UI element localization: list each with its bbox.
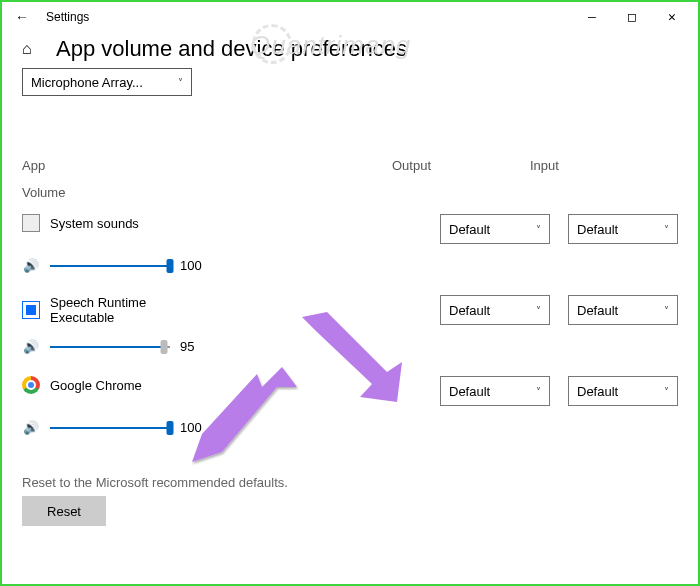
input-select[interactable]: Default ˅	[568, 376, 678, 406]
volume-value: 100	[180, 420, 202, 435]
volume-value: 100	[180, 258, 202, 273]
chevron-down-icon: ˅	[536, 224, 541, 235]
columns-header: App Output Input	[22, 158, 678, 173]
volume-slider[interactable]	[50, 259, 170, 273]
app-icon-google-chrome	[22, 376, 40, 394]
app-row: Speech Runtime Executable Default ˅ Defa…	[22, 295, 678, 325]
title-bar: ← Settings — □ ✕	[2, 2, 698, 32]
volume-slider[interactable]	[50, 340, 170, 354]
output-select[interactable]: Default ˅	[440, 214, 550, 244]
app-name-label: Speech Runtime Executable	[50, 295, 190, 325]
input-select-value: Default	[577, 222, 618, 237]
output-select-value: Default	[449, 384, 490, 399]
reset-button[interactable]: Reset	[22, 496, 106, 526]
chevron-down-icon: ˅	[664, 224, 669, 235]
input-select[interactable]: Default ˅	[568, 295, 678, 325]
chevron-down-icon: ˅	[664, 305, 669, 316]
volume-label: Volume	[22, 185, 678, 200]
chevron-down-icon: ˅	[536, 386, 541, 397]
speaker-icon[interactable]: 🔊	[22, 339, 40, 354]
chevron-down-icon: ˅	[536, 305, 541, 316]
close-button[interactable]: ✕	[652, 3, 692, 31]
volume-slider-row: 🔊 100	[22, 258, 678, 273]
device-dropdown-value: Microphone Array...	[31, 75, 143, 90]
app-icon-speech-runtime	[22, 301, 40, 319]
app-name-label: System sounds	[50, 216, 139, 231]
device-dropdown[interactable]: Microphone Array... ˅	[22, 68, 192, 96]
chevron-down-icon: ˅	[664, 386, 669, 397]
output-select-value: Default	[449, 222, 490, 237]
minimize-button[interactable]: —	[572, 3, 612, 31]
volume-value: 95	[180, 339, 194, 354]
app-row: Google Chrome Default ˅ Default ˅	[22, 376, 678, 406]
app-icon-system-sounds	[22, 214, 40, 232]
speaker-icon[interactable]: 🔊	[22, 258, 40, 273]
back-button[interactable]: ←	[8, 9, 36, 25]
page-header: ⌂ App volume and device preferences	[2, 32, 698, 68]
output-select[interactable]: Default ˅	[440, 376, 550, 406]
output-select[interactable]: Default ˅	[440, 295, 550, 325]
window-title: Settings	[46, 10, 89, 24]
home-icon[interactable]: ⌂	[22, 40, 44, 58]
volume-slider[interactable]	[50, 421, 170, 435]
output-select-value: Default	[449, 303, 490, 318]
page-title: App volume and device preferences	[56, 36, 407, 62]
input-select-value: Default	[577, 384, 618, 399]
column-input-label: Input	[530, 158, 650, 173]
input-select[interactable]: Default ˅	[568, 214, 678, 244]
column-app-label: App	[22, 158, 392, 173]
volume-slider-row: 🔊 95	[22, 339, 678, 354]
maximize-button[interactable]: □	[612, 3, 652, 31]
app-name-label: Google Chrome	[50, 378, 142, 393]
speaker-icon[interactable]: 🔊	[22, 420, 40, 435]
chevron-down-icon: ˅	[178, 77, 183, 88]
reset-description: Reset to the Microsoft recommended defau…	[22, 475, 678, 490]
app-row: System sounds Default ˅ Default ˅	[22, 214, 678, 244]
input-select-value: Default	[577, 303, 618, 318]
volume-slider-row: 🔊 100	[22, 420, 678, 435]
column-output-label: Output	[392, 158, 512, 173]
